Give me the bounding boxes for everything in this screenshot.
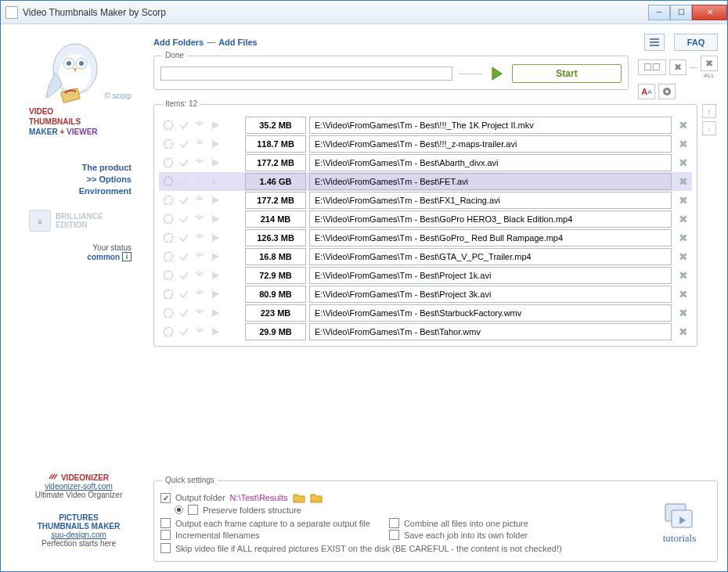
path-cell: E:\Video\FromGames\Tm - Best\FET.avi [309, 173, 672, 190]
fan-icon[interactable] [193, 326, 206, 338]
remove-row-button[interactable]: ✖ [675, 194, 692, 207]
list-view-button[interactable] [644, 34, 665, 51]
nav-options[interactable]: >> Options [10, 174, 132, 184]
play-icon[interactable] [209, 269, 222, 282]
remove-row-button[interactable]: ✖ [675, 138, 692, 150]
clear-all-button[interactable]: ✖ [701, 56, 718, 71]
fan-icon[interactable] [193, 269, 206, 282]
check-icon[interactable] [178, 326, 190, 338]
remove-row-button[interactable]: ✖ [675, 288, 692, 300]
table-row[interactable]: 177.2 MBE:\Video\FromGames\Tm - Best\FX1… [159, 191, 692, 210]
table-row[interactable]: 72.9 MBE:\Video\FromGames\Tm - Best\Proj… [159, 266, 692, 285]
fan-icon[interactable] [193, 175, 206, 188]
remove-row-button[interactable]: ✖ [675, 175, 692, 188]
fan-icon[interactable] [193, 138, 206, 150]
check-icon[interactable] [178, 175, 190, 188]
remove-row-button[interactable]: ✖ [675, 156, 692, 169]
faq-button[interactable]: FAQ [674, 34, 718, 51]
fan-icon[interactable] [193, 250, 206, 263]
play-icon[interactable] [209, 307, 222, 319]
nav-product[interactable]: The product [10, 163, 132, 172]
maximize-button[interactable]: ☐ [670, 5, 692, 20]
table-row[interactable]: 177.2 MBE:\Video\FromGames\Tm - Best\Aba… [159, 153, 692, 172]
app-window: Video Thumbnails Maker by Scorp ─ ☐ ✕ [0, 0, 728, 572]
table-row[interactable]: 118.7 MBE:\Video\FromGames\Tm - Best\!!!… [159, 135, 692, 153]
start-button[interactable]: Start [512, 64, 622, 83]
play-icon[interactable] [209, 138, 222, 150]
play-icon[interactable] [209, 288, 222, 300]
table-row[interactable]: 126.3 MBE:\Video\FromGames\Tm - Best\GoP… [159, 228, 692, 247]
table-row[interactable]: 16.8 MBE:\Video\FromGames\Tm - Best\GTA_… [159, 247, 692, 266]
fan-icon[interactable] [193, 307, 206, 319]
play-icon[interactable] [209, 175, 222, 188]
incremental-check[interactable] [160, 530, 171, 540]
size-cell: 16.8 MB [245, 248, 306, 265]
fan-icon[interactable] [193, 288, 206, 300]
table-row[interactable]: 214 MBE:\Video\FromGames\Tm - Best\GoPro… [159, 210, 692, 228]
table-row[interactable]: 29.9 MBE:\Video\FromGames\Tm - Best\Taho… [159, 322, 692, 341]
videonizer-link[interactable]: videonizer-soft.com [10, 482, 147, 491]
check-icon[interactable] [178, 119, 190, 131]
fan-icon[interactable] [193, 213, 206, 225]
combine-check[interactable] [389, 518, 399, 528]
check-icon[interactable] [178, 194, 190, 207]
add-files-link[interactable]: Add Files [218, 38, 258, 47]
check-icon[interactable] [178, 288, 190, 300]
check-icon[interactable] [178, 232, 190, 244]
clear-selection-button[interactable]: ✖ [669, 59, 687, 75]
minimize-button[interactable]: ─ [648, 5, 670, 20]
font-button[interactable]: AA [638, 84, 655, 99]
remove-row-button[interactable]: ✖ [675, 213, 692, 225]
output-folder-check[interactable] [160, 493, 171, 503]
move-down-button[interactable]: ↓ [702, 121, 716, 135]
titlebar: Video Thumbnails Maker by Scorp ─ ☐ ✕ [1, 1, 727, 24]
skip-check[interactable] [160, 543, 171, 553]
fan-icon[interactable] [193, 232, 206, 244]
remove-row-button[interactable]: ✖ [675, 269, 692, 282]
table-row[interactable]: 1.46 GBE:\Video\FromGames\Tm - Best\FET.… [159, 172, 692, 191]
remove-row-button[interactable]: ✖ [675, 232, 692, 244]
preserve-check[interactable] [188, 505, 198, 515]
play-icon[interactable] [209, 156, 222, 169]
table-row[interactable]: 223 MBE:\Video\FromGames\Tm - Best\Starb… [159, 304, 692, 322]
move-up-button[interactable]: ↑ [702, 104, 716, 118]
play-icon[interactable] [209, 119, 222, 131]
fan-icon[interactable] [193, 194, 206, 207]
check-icon[interactable] [178, 250, 190, 263]
preserve-radio[interactable] [175, 505, 183, 514]
table-row[interactable]: 35.2 MBE:\Video\FromGames\Tm - Best\!!!_… [159, 116, 692, 135]
settings-gear-button[interactable] [658, 84, 676, 99]
select-boxes-button[interactable]: ☐☐ [638, 59, 666, 75]
tutorials-button[interactable]: tutorials [648, 491, 711, 555]
separate-file-check[interactable] [160, 518, 171, 528]
play-icon[interactable] [209, 194, 222, 207]
check-icon[interactable] [178, 213, 190, 225]
close-button[interactable]: ✕ [692, 5, 727, 20]
size-cell: 214 MB [245, 210, 306, 228]
fan-icon[interactable] [193, 119, 206, 131]
remove-row-button[interactable]: ✖ [675, 119, 692, 131]
status-value[interactable]: common [87, 253, 120, 261]
remove-row-button[interactable]: ✖ [675, 250, 692, 263]
check-icon[interactable] [178, 138, 190, 150]
browse-folder-icon[interactable] [293, 492, 305, 503]
fan-icon[interactable] [193, 156, 206, 169]
play-icon[interactable] [209, 213, 222, 225]
add-folders-link[interactable]: Add Folders [153, 38, 204, 47]
check-icon[interactable] [178, 307, 190, 319]
play-icon[interactable] [209, 232, 222, 244]
check-icon[interactable] [178, 269, 190, 282]
quick-settings: Quick settings Output folder N:\Test\Res… [153, 480, 718, 562]
play-icon[interactable] [209, 250, 222, 263]
play-button[interactable] [488, 65, 506, 82]
nav-environment[interactable]: Environment [10, 186, 132, 196]
remove-row-button[interactable]: ✖ [675, 326, 692, 338]
check-icon[interactable] [178, 156, 190, 169]
suu-link[interactable]: suu-design.com [10, 531, 147, 539]
remove-row-button[interactable]: ✖ [675, 307, 692, 319]
open-folder-icon[interactable]: … [310, 492, 323, 503]
own-folder-check[interactable] [389, 530, 399, 540]
info-icon[interactable]: i [122, 252, 132, 261]
play-icon[interactable] [209, 326, 222, 338]
table-row[interactable]: 80.9 MBE:\Video\FromGames\Tm - Best\Proj… [159, 285, 692, 304]
